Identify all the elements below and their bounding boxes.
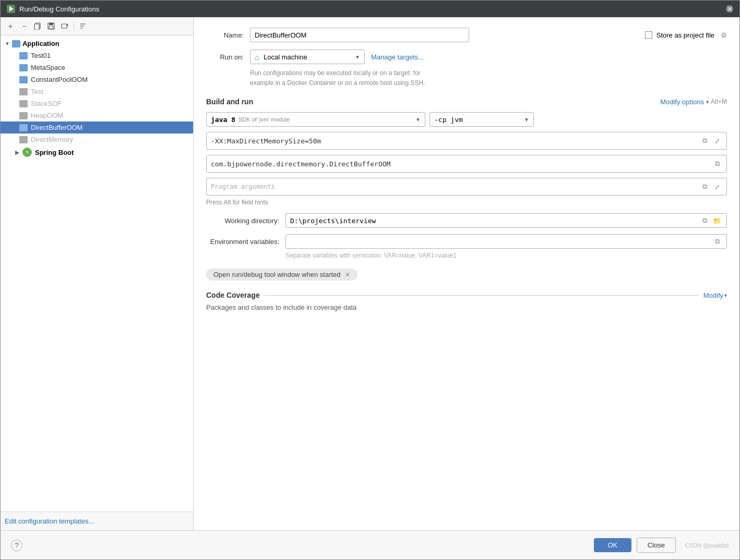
config-label-heapoom: HeapOOM xyxy=(31,112,63,119)
config-item-heapoom[interactable]: HeapOOM xyxy=(1,109,193,121)
working-dir-label: Working directory: xyxy=(206,217,279,225)
move-config-button[interactable] xyxy=(59,20,70,32)
svg-marker-7 xyxy=(67,23,68,27)
expand-icon: ▶ xyxy=(15,150,19,155)
config-item-directmemory[interactable]: DirectMemory xyxy=(1,133,193,145)
java-cp-row: java 8 SDK of 'jvm' module ▼ -cp jvm ▼ xyxy=(206,112,727,127)
collapse-icon: ▼ xyxy=(5,41,10,46)
name-row: Name: Store as project file ⚙ xyxy=(206,28,727,42)
cp-dropdown[interactable]: -cp jvm ▼ xyxy=(429,112,534,127)
working-dir-browse-icon[interactable]: 📁 xyxy=(712,215,722,226)
spring-boot-icon xyxy=(22,148,32,157)
name-label: Name: xyxy=(206,31,244,39)
working-dir-field[interactable]: D:\projects\interview ⧉ 📁 xyxy=(285,213,727,228)
local-machine-label: Local machine xyxy=(264,53,307,61)
coverage-modify-chevron-icon: ▾ xyxy=(724,293,727,298)
open-run-tag-label: Open run/debug tool window when started xyxy=(213,271,341,278)
vm-options-expand-icon[interactable]: ⤢ xyxy=(712,136,722,146)
config-label-directbufferoom: DirectBufferOOM xyxy=(31,124,82,131)
svg-marker-0 xyxy=(9,6,14,11)
env-vars-field[interactable]: ⧉ xyxy=(285,234,727,249)
home-icon: ⌂ xyxy=(255,53,259,62)
vm-options-field[interactable]: -XX:MaxDirectMemorySize=50m ⧉ ⤢ xyxy=(206,132,727,150)
store-gear-icon[interactable]: ⚙ xyxy=(721,31,727,39)
sort-config-button[interactable] xyxy=(77,20,89,32)
help-label: ? xyxy=(15,541,18,549)
config-item-directbufferoom[interactable]: DirectBufferOOM xyxy=(1,121,193,133)
program-args-placeholder: Program arguments xyxy=(211,183,275,190)
working-dir-copy-icon[interactable]: ⧉ xyxy=(699,215,710,226)
config-icon-heapoom xyxy=(19,112,28,119)
coverage-title: Code Coverage xyxy=(206,291,260,299)
add-config-button[interactable]: + xyxy=(5,20,16,32)
program-args-field[interactable]: Program arguments ⧉ ⤢ xyxy=(206,178,727,196)
svg-rect-5 xyxy=(49,26,53,29)
open-run-tag-close-icon[interactable]: ✕ xyxy=(345,271,350,278)
press-alt-hint: Press Alt for field hints xyxy=(206,199,727,206)
coverage-modify-button[interactable]: Modify ▾ xyxy=(703,291,727,299)
application-group: ▼ Application Test01 MetaSpace Con xyxy=(1,38,193,145)
program-args-copy-icon[interactable]: ⧉ xyxy=(699,181,710,192)
env-vars-icon[interactable]: ⧉ xyxy=(712,236,722,247)
coverage-header: Code Coverage Modify ▾ xyxy=(206,291,727,299)
run-debug-config-window: Run/Debug Configurations ✕ + − xyxy=(0,0,740,560)
main-class-field[interactable]: com.bjpowernode.directmemory.DirectBuffe… xyxy=(206,155,727,173)
run-on-arrow-icon: ▼ xyxy=(355,54,360,60)
config-item-test01[interactable]: Test01 xyxy=(1,50,193,62)
config-icon-directbufferoom xyxy=(19,124,28,131)
coverage-description: Packages and classes to include in cover… xyxy=(206,303,727,311)
build-run-title: Build and run xyxy=(206,98,253,106)
title-bar-left: Run/Debug Configurations xyxy=(7,5,99,13)
config-item-constantpooloom[interactable]: ConstantPoolOOM xyxy=(1,74,193,86)
open-run-tag-container: Open run/debug tool window when started … xyxy=(206,269,727,291)
edit-templates-footer: Edit configuration templates... xyxy=(1,512,193,530)
application-group-label: Application xyxy=(22,40,59,47)
config-item-metaspace[interactable]: MetaSpace xyxy=(1,62,193,74)
copy-config-button[interactable] xyxy=(32,20,43,32)
config-icon-stacksof xyxy=(19,100,28,107)
config-label-metaspace: MetaSpace xyxy=(31,64,65,71)
config-label-constantpooloom: ConstantPoolOOM xyxy=(31,76,88,83)
config-icon-directmemory xyxy=(19,136,28,143)
help-button[interactable]: ? xyxy=(11,540,22,551)
ok-button[interactable]: OK xyxy=(594,538,631,552)
window-title: Run/Debug Configurations xyxy=(19,5,99,13)
modify-options-button[interactable]: Modify options ▾ Alt+M xyxy=(660,98,727,106)
vm-options-icons: ⧉ ⤢ xyxy=(699,136,722,146)
manage-targets-link[interactable]: Manage targets... xyxy=(371,53,424,61)
svg-rect-2 xyxy=(34,24,39,30)
bottom-bar: ? OK Close CSDN @popbfzk xyxy=(1,530,739,559)
working-dir-icons: ⧉ 📁 xyxy=(699,215,722,226)
config-icon-constantpooloom xyxy=(19,76,28,83)
run-on-label: Run on: xyxy=(206,53,244,61)
config-item-stacksof[interactable]: StackSOF xyxy=(1,98,193,109)
config-icon-test xyxy=(19,88,28,95)
right-panel: Name: Store as project file ⚙ Run on: ⌂ … xyxy=(194,17,739,530)
program-args-icons: ⧉ ⤢ xyxy=(699,181,722,192)
close-button[interactable]: Close xyxy=(637,538,676,553)
env-vars-hint: Separate variables with semicolon: VAR=v… xyxy=(285,252,727,259)
svg-rect-6 xyxy=(62,24,67,28)
name-input[interactable] xyxy=(250,28,469,42)
spring-boot-item[interactable]: ▶ Spring Boot xyxy=(1,145,193,159)
window-close-button[interactable]: ✕ xyxy=(726,5,733,13)
modify-options-chevron-icon: ▾ xyxy=(706,99,709,105)
config-icon-metaspace xyxy=(19,64,28,71)
application-group-header[interactable]: ▼ Application xyxy=(1,38,193,50)
store-checkbox[interactable] xyxy=(645,31,652,39)
run-on-dropdown[interactable]: ⌂ Local machine ▼ xyxy=(250,50,365,64)
vm-options-copy-icon[interactable]: ⧉ xyxy=(699,136,710,146)
config-label-test01: Test01 xyxy=(31,52,51,59)
sdk-label: SDK of 'jvm' module xyxy=(238,116,290,123)
save-config-button[interactable] xyxy=(45,20,57,32)
config-toolbar: + − xyxy=(1,17,193,35)
alt-label: Alt+M xyxy=(711,98,727,105)
program-args-expand-icon[interactable]: ⤢ xyxy=(712,181,722,192)
remove-config-button[interactable]: − xyxy=(18,20,30,32)
env-vars-row: Environment variables: ⧉ xyxy=(206,234,727,249)
config-item-test[interactable]: Test xyxy=(1,86,193,98)
main-class-copy-icon[interactable]: ⧉ xyxy=(712,159,722,169)
java-version-dropdown[interactable]: java 8 SDK of 'jvm' module ▼ xyxy=(206,112,425,127)
svg-rect-4 xyxy=(49,23,53,25)
edit-templates-link[interactable]: Edit configuration templates... xyxy=(5,517,94,525)
